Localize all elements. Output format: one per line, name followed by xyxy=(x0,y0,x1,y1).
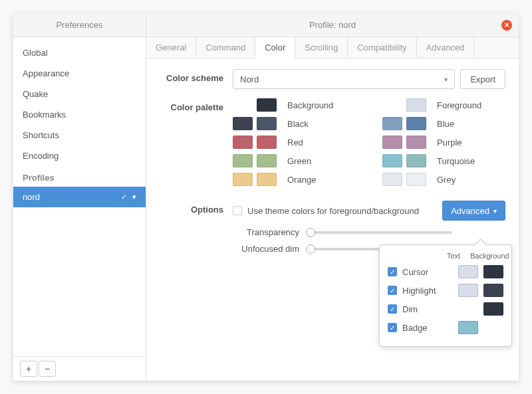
popover-header: Text Background xyxy=(388,252,503,260)
cursor-text-swatch[interactable] xyxy=(458,265,478,278)
color-swatch[interactable] xyxy=(233,136,253,149)
sidebar-item-bookmarks[interactable]: Bookmarks xyxy=(13,104,146,125)
slider-thumb[interactable] xyxy=(306,228,315,237)
color-swatch[interactable] xyxy=(257,98,277,112)
theme-colors-checkbox[interactable] xyxy=(233,206,242,215)
sidebar-item-global[interactable]: Global xyxy=(13,43,146,63)
sidebar-item-shortcuts[interactable]: Shortcuts xyxy=(13,125,146,146)
palette-row: Foreground xyxy=(382,98,505,112)
swatch-pair xyxy=(382,173,426,186)
palette-label: Background xyxy=(287,100,333,110)
advanced-button-label: Advanced xyxy=(451,206,489,216)
color-swatch[interactable] xyxy=(382,173,402,186)
tab-command[interactable]: Command xyxy=(196,37,255,58)
color-swatch[interactable] xyxy=(382,136,402,149)
color-swatch[interactable] xyxy=(382,154,402,167)
palette-label: Foreground xyxy=(437,100,481,110)
tab-scrolling[interactable]: Scrolling xyxy=(295,37,348,58)
palette-label: Turquoise xyxy=(437,156,475,166)
sidebar-item-encoding[interactable]: Encoding xyxy=(13,146,146,166)
palette-row: Blue xyxy=(382,117,505,130)
tab-general[interactable]: General xyxy=(146,37,196,58)
popover-header-text: Text xyxy=(444,252,464,260)
slider-row: Transparency xyxy=(233,227,505,237)
color-swatch[interactable] xyxy=(257,154,277,167)
titlebar-left: Preferences xyxy=(13,13,146,37)
highlight-bg-swatch[interactable] xyxy=(483,284,503,297)
color-swatch[interactable] xyxy=(406,154,426,167)
add-profile-button[interactable]: + xyxy=(20,361,37,377)
dim-bg-swatch[interactable] xyxy=(483,302,503,316)
advanced-button[interactable]: Advanced ▾ xyxy=(442,201,505,221)
color-swatch[interactable] xyxy=(257,136,277,149)
palette-row: Background xyxy=(233,98,356,112)
dim-checkbox[interactable]: ✓ xyxy=(388,304,397,314)
palette-label: Grey xyxy=(437,175,456,185)
color-scheme-select[interactable]: Nord ▾ xyxy=(233,69,455,89)
swatch-pair xyxy=(233,173,277,186)
color-palette-row: Color palette BackgroundBlackRedGreenOra… xyxy=(153,98,505,191)
palette-row: Purple xyxy=(382,136,505,149)
close-button[interactable]: ✕ xyxy=(501,20,512,31)
palette-label: Orange xyxy=(287,175,316,185)
swatch-pair xyxy=(382,117,426,130)
color-swatch[interactable] xyxy=(406,98,426,112)
profile-actions: ✓ ▾ xyxy=(121,193,136,201)
palette-row: Green xyxy=(233,154,356,167)
palette-col-left: BackgroundBlackRedGreenOrange xyxy=(233,98,356,191)
profile-nord[interactable]: nord ✓ ▾ xyxy=(13,187,146,207)
color-swatch[interactable] xyxy=(257,117,277,130)
theme-colors-label: Use theme colors for foreground/backgrou… xyxy=(247,206,437,216)
highlight-checkbox[interactable]: ✓ xyxy=(388,286,397,295)
color-swatch[interactable] xyxy=(406,173,426,186)
cursor-bg-swatch[interactable] xyxy=(483,265,503,278)
sidebar-item-quake[interactable]: Quake xyxy=(13,84,146,104)
swatch-pair xyxy=(233,136,277,149)
palette-row: Black xyxy=(233,117,356,130)
main: General Command Color Scrolling Compatib… xyxy=(146,37,519,381)
color-scheme-row: Color scheme Nord ▾ Export xyxy=(153,69,505,89)
palette-label: Black xyxy=(287,119,309,129)
sidebar-item-appearance[interactable]: Appearance xyxy=(13,63,146,84)
popover-row-label: Badge xyxy=(402,323,453,333)
popover-row-label: Highlight xyxy=(402,286,453,296)
palette-label: Purple xyxy=(437,138,462,148)
swatch-pair xyxy=(233,98,277,112)
export-button[interactable]: Export xyxy=(460,69,505,89)
chevron-down-icon[interactable]: ▾ xyxy=(132,193,136,201)
cursor-checkbox[interactable]: ✓ xyxy=(388,267,397,276)
swatch-pair xyxy=(382,98,426,112)
color-swatch[interactable] xyxy=(233,117,253,130)
palette-row: Orange xyxy=(233,173,356,186)
tab-color[interactable]: Color xyxy=(255,37,295,58)
body: Global Appearance Quake Bookmarks Shortc… xyxy=(13,37,519,381)
advanced-popover: Text Background ✓Cursor✓Highlight✓Dim✓Ba… xyxy=(379,245,512,347)
check-icon[interactable]: ✓ xyxy=(121,193,127,201)
sidebar: Global Appearance Quake Bookmarks Shortc… xyxy=(13,37,146,381)
popover-header-background: Background xyxy=(470,252,503,260)
badge-checkbox[interactable]: ✓ xyxy=(388,323,397,332)
slider-label: Unfocused dim xyxy=(233,244,299,254)
chevron-down-icon: ▾ xyxy=(444,76,448,83)
palette-label: Red xyxy=(287,138,303,148)
color-swatch[interactable] xyxy=(233,173,253,186)
highlight-text-swatch[interactable] xyxy=(458,284,478,297)
tab-compatibility[interactable]: Compatibility xyxy=(348,37,416,58)
tabs: General Command Color Scrolling Compatib… xyxy=(146,37,519,58)
badge-text-swatch[interactable] xyxy=(458,321,478,334)
color-swatch[interactable] xyxy=(257,173,277,186)
options-label: Options xyxy=(153,201,233,215)
profiles-header: Profiles xyxy=(13,166,146,187)
popover-row: ✓Highlight xyxy=(388,284,503,297)
color-swatch[interactable] xyxy=(233,154,253,167)
swatch-pair xyxy=(233,154,277,167)
slider-transparency[interactable] xyxy=(306,231,452,234)
color-swatch[interactable] xyxy=(382,117,402,130)
remove-profile-button[interactable]: − xyxy=(39,361,56,377)
color-swatch[interactable] xyxy=(406,117,426,130)
color-swatch[interactable] xyxy=(406,136,426,149)
palette-row: Grey xyxy=(382,173,505,186)
popover-row-label: Dim xyxy=(402,304,453,314)
tab-advanced[interactable]: Advanced xyxy=(417,37,475,58)
slider-thumb[interactable] xyxy=(306,245,315,254)
